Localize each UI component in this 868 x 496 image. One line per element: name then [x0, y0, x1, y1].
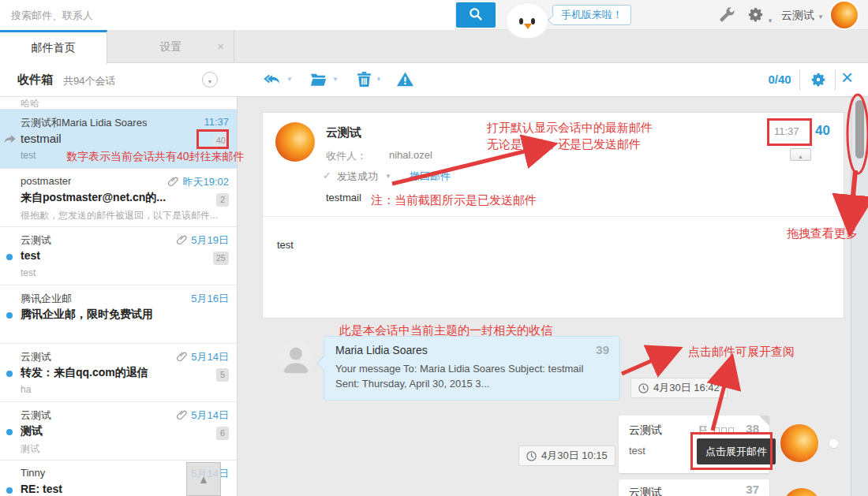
recipient-value[interactable]: nihal.ozel — [389, 149, 432, 161]
expand-mail-tooltip[interactable]: 点击展开邮件 — [697, 438, 776, 464]
tab-settings-label: 设置 — [160, 40, 182, 53]
conversation-preview: test — [21, 150, 234, 161]
unread-dot — [6, 312, 13, 319]
tab-settings[interactable]: 设置 × — [108, 30, 234, 63]
sent-preview: test — [629, 445, 645, 457]
paperclip-icon — [168, 176, 178, 186]
conversation-subject: 转发：来自qq.com的退信 — [21, 366, 148, 380]
gear-icon[interactable] — [746, 6, 765, 24]
paperclip-icon — [177, 234, 187, 247]
conversation-subject: 来自postmaster@net.cn的... — [21, 191, 166, 205]
list-header: 收件箱 共94个会话 — [0, 63, 237, 97]
divider — [263, 216, 844, 217]
fold-corner — [759, 416, 769, 426]
reply-caret-icon[interactable]: ▼ — [286, 76, 293, 83]
sent-index: 38 — [746, 422, 759, 435]
conversation-sender: postmaster — [21, 175, 71, 187]
close-icon[interactable]: × — [841, 65, 853, 90]
mail-sender: 云测试 — [326, 125, 361, 140]
folder-caret-icon[interactable]: ▼ — [332, 76, 339, 83]
top-bar: 手机版来啦！ 云测试 — [0, 0, 868, 30]
conversation-count-badge: 5 — [216, 368, 229, 382]
reply-all-icon[interactable] — [264, 70, 282, 88]
received-mail-bubble[interactable]: Maria Lidia Soares 39 Your message To: M… — [324, 336, 620, 401]
check-icon — [323, 170, 331, 181]
conversation-preview: 测试 — [21, 442, 234, 456]
received-sender: Maria Lidia Soares — [335, 344, 428, 356]
mail-time: 11:37 — [774, 125, 799, 137]
conversation-list: 哈哈云测试和Maria Lidia Soares11:37testmail40t… — [0, 97, 237, 496]
mascot-icon — [506, 2, 548, 39]
mobile-version-badge[interactable]: 手机版来啦！ — [552, 5, 631, 25]
trash-caret-icon[interactable]: ▼ — [376, 76, 382, 83]
my-avatar — [780, 424, 818, 462]
conversation-item[interactable]: 云测试5月19日test25test — [0, 227, 237, 285]
sent-sender: 云测试 — [629, 423, 662, 438]
recall-mail-link[interactable]: 撤回邮件 — [410, 170, 451, 184]
conversation-meta: 11:37 — [204, 116, 229, 128]
sent-mail-card-37[interactable]: 云测试 37 — [619, 479, 769, 496]
conversation-sender: 云测试和Maria Lidia Soares — [21, 116, 147, 130]
conversation-subject: RE: test — [21, 483, 62, 495]
view-settings-gear-icon[interactable] — [810, 71, 828, 89]
wrench-icon[interactable] — [718, 6, 737, 24]
conversation-item[interactable]: 腾讯企业邮5月16日腾讯企业邮，限时免费试用 — [0, 285, 237, 344]
latest-mail-card: 云测试 收件人： nihal.ozel 发送成功 ▼ 撤回邮件 testmail… — [262, 112, 844, 319]
conversation-sender: Tinny — [21, 467, 45, 479]
conversation-sender: 云测试 — [21, 233, 51, 248]
paperclip-icon — [168, 176, 178, 188]
mail-body: test — [277, 239, 294, 251]
conversation-count-badge: 2 — [216, 193, 229, 207]
conversation-sender: 云测试 — [21, 408, 51, 423]
mail-subject: testmail — [326, 192, 361, 203]
search-input[interactable] — [0, 0, 456, 30]
status-caret-icon[interactable]: ▼ — [385, 173, 391, 180]
forward-icon — [3, 134, 17, 146]
trash-icon[interactable] — [355, 70, 373, 88]
contact-avatar — [278, 340, 314, 376]
status-dot — [829, 439, 838, 448]
conversation-count: 共94个会话 — [63, 74, 115, 88]
conversation-count-badge: 6 — [216, 427, 229, 440]
back-to-top-button[interactable] — [186, 462, 221, 496]
conversation-count-badge: 25 — [213, 252, 229, 265]
send-status[interactable]: 发送成功 — [337, 170, 378, 184]
conversation-time: 昨天19:02 — [182, 175, 229, 189]
tab-close-icon[interactable]: × — [217, 30, 224, 63]
paperclip-icon — [177, 351, 187, 361]
collapse-button[interactable] — [790, 148, 811, 161]
account-caret-icon — [817, 9, 824, 21]
folder-title[interactable]: 收件箱 — [17, 73, 53, 88]
folder-icon[interactable] — [309, 70, 327, 88]
conversation-subject: testmail — [21, 132, 62, 145]
conversation-item[interactable]: postmaster昨天19:02来自postmaster@net.cn的...… — [0, 169, 237, 227]
warning-icon[interactable] — [396, 70, 414, 88]
unread-dot — [6, 429, 13, 435]
conversation-sender: 云测试 — [21, 350, 51, 364]
sent-sender: 云测试 — [629, 486, 662, 496]
conversation-time: 5月19日 — [191, 233, 229, 248]
search-button[interactable] — [456, 2, 496, 28]
unread-dot — [6, 487, 13, 494]
conversation-panel: 收件箱 共94个会话 哈哈云测试和Maria Lidia Soares11:37… — [0, 63, 237, 496]
received-snippet: Your message To: Maria Lidia Soares Subj… — [335, 361, 610, 391]
account-menu[interactable]: 云测试 — [781, 9, 824, 23]
conversation-count-badge: 40 — [213, 134, 229, 147]
gear-caret-icon[interactable] — [767, 12, 773, 26]
conversation-item[interactable]: 云测试5月14日转发：来自qq.com的退信5ha — [0, 344, 237, 402]
search-icon — [468, 6, 484, 24]
conversation-time: 5月14日 — [191, 350, 229, 364]
conversation-item[interactable]: 云测试5月14日测试6测试 — [0, 402, 237, 461]
conversation-sender: 腾讯企业邮 — [21, 292, 72, 306]
user-avatar[interactable] — [831, 2, 858, 28]
conversation-subject: test — [21, 249, 40, 262]
scrollbar-thumb[interactable] — [855, 100, 864, 158]
folder-chevron-down-icon[interactable] — [202, 72, 218, 88]
conversation-item[interactable]: 云测试和Maria Lidia Soares11:37testmail40tes… — [0, 110, 237, 169]
conversation-subject: 腾讯企业邮，限时免费试用 — [21, 308, 153, 322]
conversation-preview: 哈哈 — [21, 97, 234, 110]
tab-mail-home[interactable]: 邮件首页 — [0, 30, 107, 64]
mail-counter: 0/40 — [764, 73, 795, 86]
conversation-item[interactable]: 哈哈 — [0, 97, 237, 110]
conversation-meta: 5月16日 — [191, 292, 229, 306]
